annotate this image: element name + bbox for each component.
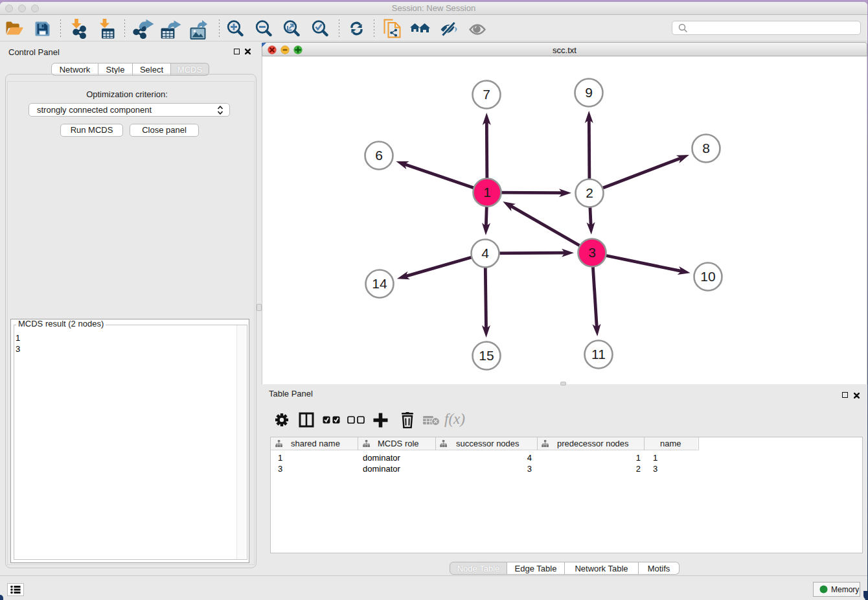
svg-text:15: 15 — [479, 348, 494, 363]
svg-text:7: 7 — [483, 87, 490, 102]
svg-text:10: 10 — [700, 269, 715, 284]
svg-text:2: 2 — [586, 185, 593, 200]
svg-text:4: 4 — [481, 246, 489, 260]
svg-text:8: 8 — [702, 141, 710, 156]
svg-text:3: 3 — [588, 245, 596, 260]
svg-text:6: 6 — [375, 148, 383, 163]
svg-text:14: 14 — [372, 276, 387, 291]
svg-text:9: 9 — [585, 85, 593, 100]
svg-text:1: 1 — [483, 185, 491, 200]
svg-text:11: 11 — [591, 347, 606, 362]
